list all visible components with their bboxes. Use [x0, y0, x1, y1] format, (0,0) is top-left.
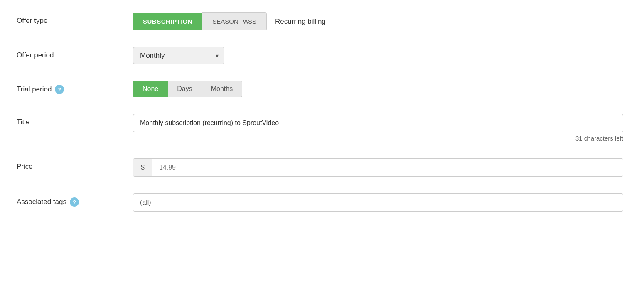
- offer-period-label: Offer period: [17, 47, 133, 59]
- price-row: Price $: [17, 158, 623, 181]
- currency-symbol: $: [133, 159, 152, 176]
- associated-tags-input[interactable]: [133, 193, 623, 212]
- chars-left-text: 31 characters left: [133, 135, 623, 142]
- trial-none-button[interactable]: None: [133, 81, 168, 97]
- trial-period-control: None Days Months: [133, 81, 623, 97]
- subscription-button[interactable]: SUBSCRIPTION: [133, 13, 202, 30]
- offer-period-label-text: Offer period: [17, 51, 54, 59]
- offer-type-label: Offer type: [17, 12, 133, 25]
- trial-period-label-text: Trial period: [17, 85, 52, 94]
- trial-period-row: Trial period ? None Days Months: [17, 81, 623, 101]
- associated-tags-row: Associated tags ?: [17, 193, 623, 216]
- form-container: Offer type SUBSCRIPTION SEASON PASS Recu…: [17, 12, 623, 216]
- price-input-group: $: [133, 158, 623, 177]
- title-label: Title: [17, 114, 133, 126]
- price-input[interactable]: [152, 159, 623, 176]
- offer-period-select[interactable]: Monthly Annually Weekly Daily: [133, 47, 224, 64]
- price-control: $: [133, 158, 623, 177]
- title-control: 31 characters left: [133, 114, 623, 142]
- trial-period-label: Trial period ?: [17, 81, 133, 94]
- offer-period-row: Offer period Monthly Annually Weekly Dai…: [17, 47, 623, 68]
- price-label: Price: [17, 158, 133, 171]
- trial-period-help-icon[interactable]: ?: [55, 85, 64, 94]
- offer-period-control: Monthly Annually Weekly Daily ▾: [133, 47, 623, 64]
- season-pass-button[interactable]: SEASON PASS: [202, 12, 267, 30]
- associated-tags-control: [133, 193, 623, 212]
- offer-type-row: Offer type SUBSCRIPTION SEASON PASS Recu…: [17, 12, 623, 35]
- offer-type-label-text: Offer type: [17, 17, 47, 25]
- associated-tags-label-text: Associated tags: [17, 198, 66, 206]
- offer-period-select-wrapper: Monthly Annually Weekly Daily ▾: [133, 47, 224, 64]
- title-label-text: Title: [17, 118, 30, 126]
- offer-type-control: SUBSCRIPTION SEASON PASS Recurring billi…: [133, 12, 623, 30]
- price-label-text: Price: [17, 163, 33, 171]
- title-row: Title 31 characters left: [17, 114, 623, 146]
- recurring-billing-text: Recurring billing: [275, 17, 326, 26]
- trial-days-button[interactable]: Days: [168, 81, 202, 97]
- trial-months-button[interactable]: Months: [202, 81, 242, 97]
- associated-tags-label: Associated tags ?: [17, 193, 133, 207]
- associated-tags-help-icon[interactable]: ?: [70, 197, 79, 207]
- title-input[interactable]: [133, 114, 623, 132]
